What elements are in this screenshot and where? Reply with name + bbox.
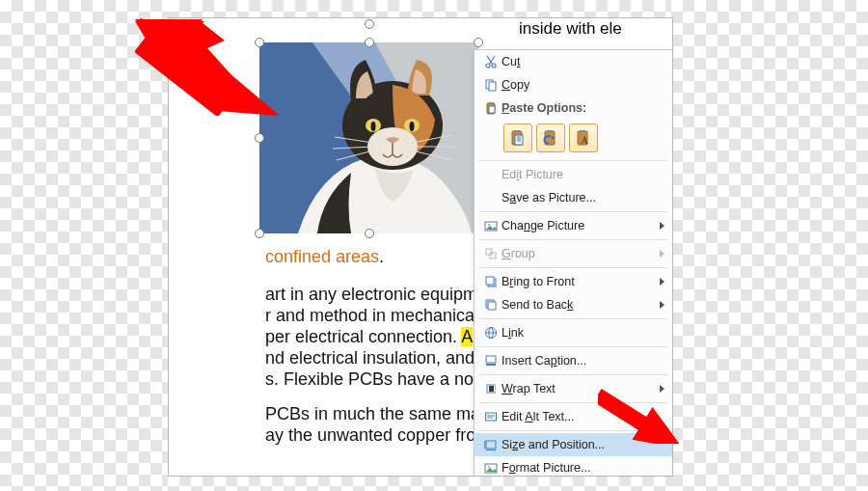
doc-text-line: per electrical connection. A — [265, 327, 473, 347]
menu-label: Cut — [502, 55, 653, 68]
menu-bring-to-front[interactable]: Bring to Front — [475, 270, 672, 293]
menu-label: Paste Options: — [502, 101, 653, 115]
submenu-chevron-icon — [660, 301, 665, 309]
paste-icon — [480, 101, 502, 115]
svg-point-8 — [371, 122, 376, 131]
menu-cut[interactable]: Cut — [475, 50, 672, 73]
svg-rect-45 — [486, 356, 496, 363]
link-icon — [480, 326, 502, 340]
svg-rect-26 — [514, 130, 520, 132]
svg-marker-72 — [598, 379, 693, 444]
menu-edit-picture: Edit Picture — [475, 163, 672, 186]
svg-rect-29 — [547, 130, 553, 132]
cut-icon — [480, 55, 502, 68]
menu-copy[interactable]: Copy — [475, 73, 672, 96]
picture-content-cat — [259, 42, 478, 233]
svg-rect-56 — [486, 413, 497, 421]
paste-merge-button[interactable] — [536, 123, 565, 152]
resize-handle-tm[interactable] — [365, 38, 374, 47]
menu-label: Format Picture... — [502, 461, 653, 475]
svg-rect-24 — [489, 106, 495, 113]
doc-highlighted-text: A — [461, 327, 473, 346]
submenu-chevron-icon — [660, 278, 665, 286]
resize-handle-tr[interactable] — [474, 38, 483, 47]
resize-handle-ml[interactable] — [255, 133, 264, 143]
format-picture-icon — [480, 461, 502, 475]
wrap-text-icon — [480, 382, 502, 396]
svg-point-18 — [486, 64, 490, 68]
menu-label: Change Picture — [502, 219, 653, 232]
submenu-chevron-icon — [660, 222, 665, 230]
svg-point-35 — [488, 224, 491, 227]
menu-label: Save as Picture... — [502, 191, 653, 205]
svg-rect-37 — [490, 253, 496, 259]
svg-marker-71 — [133, 17, 256, 120]
doc-text-top: inside with ele — [519, 19, 622, 39]
menu-label: Bring to Front — [502, 275, 653, 288]
paste-options-row: A — [475, 120, 672, 158]
menu-send-to-back[interactable]: Send to Back — [475, 293, 672, 316]
menu-format-picture[interactable]: Format Picture... — [475, 456, 672, 477]
doc-text-line: ay the unwanted copper fro — [265, 425, 475, 446]
svg-rect-21 — [489, 82, 496, 91]
copy-icon — [480, 78, 502, 92]
menu-label: Copy — [502, 78, 653, 92]
svg-rect-36 — [486, 249, 492, 255]
svg-point-19 — [492, 64, 496, 68]
size-position-icon — [480, 438, 502, 451]
menu-label: Edit Picture — [502, 168, 653, 181]
callout-arrow-top-clean — [133, 17, 287, 123]
doc-text-line: r and method in mechanical — [265, 306, 478, 326]
group-icon — [480, 247, 502, 260]
doc-text-line: s. Flexible PCBs have a nor — [265, 369, 479, 390]
svg-rect-41 — [488, 302, 496, 310]
svg-point-9 — [410, 122, 415, 131]
doc-text-line: art in any electronic equipm — [265, 285, 477, 305]
menu-group: Group — [475, 242, 672, 265]
bring-to-front-icon — [480, 275, 502, 288]
send-to-back-icon — [480, 298, 502, 312]
paste-text-only-button[interactable]: A — [569, 123, 598, 152]
paste-keep-source-button[interactable] — [503, 123, 532, 152]
menu-change-picture[interactable]: Change Picture — [475, 214, 672, 237]
svg-rect-39 — [486, 277, 494, 285]
menu-link[interactable]: Link — [475, 321, 672, 344]
doc-text-confined: confined areas. — [265, 247, 384, 267]
resize-handle-bl[interactable] — [255, 229, 264, 238]
change-picture-icon — [480, 219, 502, 232]
doc-text-line: nd electrical insulation, and — [265, 348, 475, 368]
caption-icon — [480, 354, 502, 368]
menu-label: Group — [502, 247, 653, 260]
svg-rect-32 — [580, 130, 585, 132]
rotation-handle[interactable] — [365, 19, 374, 29]
doc-link-text: confined areas — [265, 247, 379, 266]
svg-text:A: A — [581, 135, 588, 146]
doc-text-line: PCBs in much the same ma — [265, 404, 480, 424]
menu-label: Link — [502, 326, 653, 340]
menu-paste-header: Paste Options: — [475, 96, 672, 120]
resize-handle-bm[interactable] — [365, 229, 374, 238]
submenu-chevron-icon — [660, 250, 665, 258]
menu-label: Send to Back — [502, 298, 653, 312]
inserted-picture[interactable] — [259, 42, 478, 233]
callout-arrow-bottom — [598, 357, 704, 444]
alt-text-icon — [480, 410, 502, 423]
svg-rect-59 — [486, 441, 496, 449]
svg-rect-23 — [489, 102, 493, 104]
svg-point-63 — [488, 466, 491, 469]
svg-rect-47 — [489, 386, 494, 392]
menu-save-as-picture[interactable]: Save as Picture... — [475, 186, 672, 209]
